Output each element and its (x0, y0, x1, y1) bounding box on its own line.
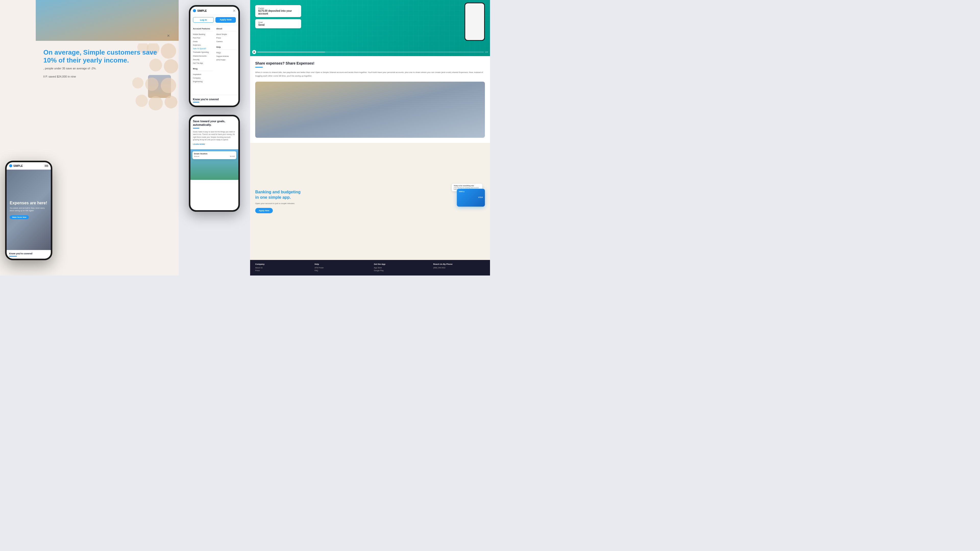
progress-bar[interactable] (257, 52, 484, 52)
nav-get-app[interactable]: Get The App (193, 62, 213, 64)
banking-card-visual: Today is for something new A text that m… (306, 184, 485, 219)
hero-text: Expenses are here! You asked, and we bui… (10, 200, 48, 219)
goals-amount-value: $1,000 (230, 156, 235, 157)
svg-point-9 (148, 96, 163, 110)
learn-more-link[interactable]: LEARN MORE (193, 143, 236, 145)
nav-shared-accounts[interactable]: Shared Accounts (193, 55, 213, 57)
banking-text: Banking and budgeting in one simple app.… (255, 189, 301, 213)
footer: Company About Us Press Help ATM Finder F… (250, 260, 490, 275)
goals-card-title: Dream Vacation (194, 153, 235, 155)
svg-point-7 (132, 77, 143, 89)
nav-engineering[interactable]: Engineering (193, 80, 213, 83)
card-brand: SIMPLE (459, 191, 465, 192)
middle-section: SIMPLE ✕ Log In Apply Now Account Featur… (179, 0, 250, 275)
footer-help-title: Help (315, 263, 366, 265)
goals-card: Dream Vacation Amount $1,000 (192, 151, 236, 159)
banking-title: Banking and budgeting in one simple app. (255, 189, 301, 200)
close-icon[interactable]: ✕ (166, 33, 171, 38)
share-expenses-section: Share expenses? Share Expenses! When it … (250, 56, 490, 143)
nav-inspiration[interactable]: Inspiration (193, 73, 213, 76)
testimonial-content: ll P. saved $24,000 in nine (43, 75, 76, 78)
phone-left-inner: SIMPLE Expenses are here! You asked, and… (6, 162, 51, 259)
top-phone-inner: SIMPLE ✕ Log In Apply Now Account Featur… (190, 6, 239, 106)
about-title: About (216, 27, 236, 31)
phone-cta-button[interactable]: Make Some Now (10, 215, 29, 219)
share-expenses-photo (255, 82, 485, 138)
nav-press[interactable]: Press (216, 37, 236, 39)
svg-point-6 (145, 78, 159, 91)
footer-company-title: Company (255, 263, 307, 265)
card-logo: SIMPLE (459, 191, 483, 192)
nav-phone-footer: Know you're covered (190, 95, 239, 106)
nav-support[interactable]: Support Articles (216, 55, 236, 57)
help-title: Help (216, 46, 236, 49)
about-col: About About Simple Press Careers Help FA… (216, 27, 236, 92)
visa-label: VISA (459, 196, 483, 198)
footer-reach-title: Reach Us By Phone (433, 263, 485, 265)
banking-apply-button[interactable]: Apply Now (255, 208, 273, 213)
phone-footer-text: Know you're covered (9, 252, 48, 255)
section-accent-bar (255, 67, 263, 68)
nav-close-icon[interactable]: ✕ (233, 9, 236, 13)
share-expenses-title: Share expenses? Share Expenses! (255, 61, 485, 65)
nav-fee-free[interactable]: Fee-Free (193, 37, 213, 39)
debit-card: SIMPLE VISA (457, 189, 485, 206)
footer-press[interactable]: Press (255, 270, 307, 272)
footer-atm[interactable]: ATM Finder (315, 267, 366, 268)
nav-safe-to-spend[interactable]: Safe-To-Spend® (193, 48, 213, 50)
stats-area: On average, Simple customers save 10% of… (36, 43, 179, 103)
hero-desc: You asked, and we built it. Now, never w… (10, 207, 48, 212)
top-phone-mockup: SIMPLE ✕ Log In Apply Now Account Featur… (189, 5, 240, 107)
nav-trackable-spending[interactable]: Trackable Spending (193, 51, 213, 53)
nav-mobile-banking[interactable]: Mobile Banking (193, 33, 213, 35)
hamburger-icon[interactable] (45, 165, 48, 167)
footer-help: Help ATM Finder FAQ (315, 263, 366, 272)
play-button[interactable]: ▶ (252, 50, 256, 54)
nav-goals[interactable]: Goals (193, 40, 213, 43)
nav-logo: SIMPLE (193, 9, 207, 12)
footer-faq[interactable]: FAQ (315, 270, 366, 272)
account-features-col: Account Features Mobile Banking Fee-Free… (193, 27, 213, 92)
video-time: 1:22 (485, 51, 488, 53)
grid-overlay (250, 0, 490, 56)
footer-get-app: Get the App App Store Google Play (374, 263, 426, 272)
nav-security[interactable]: Security (193, 59, 213, 61)
footer-app-store[interactable]: App Store (374, 267, 426, 268)
goals-image: Dream Vacation Amount $1,000 (190, 149, 239, 180)
main-container: ✕ On average, Simple customers save 10% … (0, 0, 490, 275)
hero-title: Expenses are here! (10, 200, 48, 205)
nav-atm[interactable]: ATM Finder (216, 59, 236, 61)
phone-hand-image (36, 0, 179, 41)
sub-stat-text: , people under 35 save an average of -2%… (43, 67, 97, 70)
photo-bg (255, 82, 485, 138)
nav-about-simple[interactable]: About Simple (216, 33, 236, 35)
nav-footer-bar (193, 102, 199, 103)
phone-left-footer: Know you're covered (6, 250, 51, 259)
footer-about-us[interactable]: About Us (255, 267, 307, 268)
logo-circle (9, 164, 12, 167)
nav-logo-circle (193, 9, 196, 12)
phone-hero: Expenses are here! You asked, and we bui… (6, 170, 51, 250)
share-expenses-desc: When it comes to shared bills, two paych… (255, 71, 485, 78)
nav-buttons: Log In Apply Now (190, 15, 239, 25)
nav-faqs[interactable]: FAQs (216, 52, 236, 54)
footer-google-play[interactable]: Google Play (374, 270, 426, 272)
nav-expenses[interactable]: Expenses (193, 44, 213, 46)
nav-careers[interactable]: Careers (216, 40, 236, 43)
account-features-title: Account Features (193, 27, 213, 31)
nav-company[interactable]: Company (193, 77, 213, 79)
footer-app-title: Get the App (374, 263, 426, 265)
right-section: Padlet $175.00 deposited into your accou… (250, 0, 490, 275)
nav-columns: Account Features Mobile Banking Fee-Free… (190, 25, 239, 95)
main-stat: On average, Simple customers save 10% of… (43, 48, 171, 64)
apply-now-button[interactable]: Apply Now (215, 17, 236, 23)
banking-cta-section: Banking and budgeting in one simple app.… (250, 143, 490, 260)
video-controls: ▶ 1:22 (252, 50, 488, 54)
svg-point-8 (165, 96, 177, 108)
footer-phone-number: (888) 248-0632 (433, 267, 485, 268)
simple-logo: SIMPLE (9, 164, 23, 167)
goals-desc: Goals make it easy to save for the thing… (193, 130, 236, 141)
card-text: SIMPLE VISA (457, 189, 485, 200)
phone-left-header: SIMPLE (6, 162, 51, 170)
log-in-button[interactable]: Log In (193, 17, 214, 23)
